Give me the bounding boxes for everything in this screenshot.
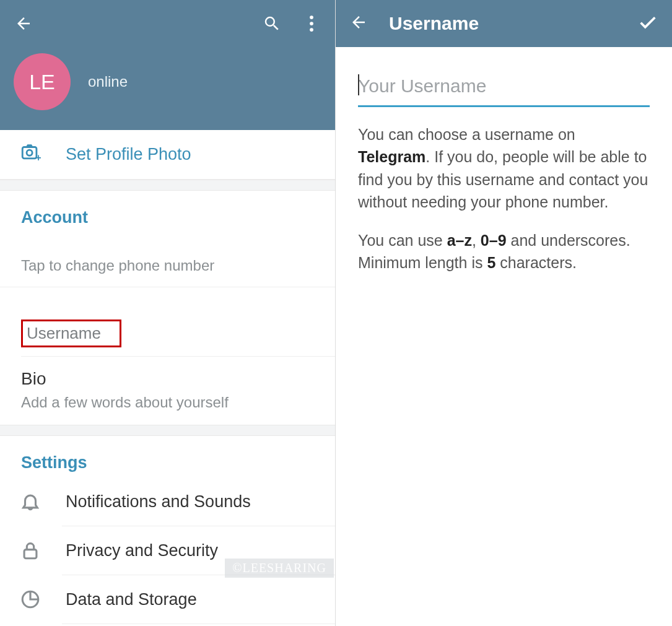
back-button[interactable] — [349, 13, 368, 34]
set-profile-photo-row[interactable]: + Set Profile Photo — [0, 130, 335, 180]
search-icon — [263, 14, 281, 33]
svg-rect-6 — [24, 550, 37, 559]
profile-header: LE online — [0, 0, 335, 130]
settings-item-data[interactable]: Data and Storage — [0, 575, 335, 624]
username-header: Username — [336, 0, 672, 47]
username-input[interactable] — [358, 69, 650, 107]
arrow-left-icon — [14, 14, 33, 33]
settings-item-notifications[interactable]: Notifications and Sounds — [0, 477, 335, 526]
svg-text:+: + — [36, 152, 41, 163]
check-icon — [637, 12, 658, 33]
svg-point-4 — [27, 150, 32, 155]
username-description-2: You can use a–z, 0–9 and underscores. Mi… — [358, 229, 650, 274]
section-divider — [0, 180, 335, 191]
username-row[interactable]: Username — [0, 308, 335, 356]
username-edit-screen: Username You can choose a username on Te… — [336, 0, 672, 626]
svg-point-1 — [310, 22, 313, 25]
account-header: Account — [0, 191, 335, 232]
lock-icon — [17, 537, 43, 563]
svg-point-2 — [310, 28, 313, 32]
text-cursor — [358, 74, 359, 95]
settings-item-label: Privacy and Security — [66, 541, 218, 560]
svg-point-0 — [310, 15, 313, 19]
more-button[interactable] — [300, 12, 323, 35]
avatar[interactable]: LE — [14, 53, 71, 110]
set-profile-photo-label: Set Profile Photo — [66, 145, 191, 164]
bell-icon — [17, 489, 43, 515]
settings-item-label: Notifications and Sounds — [66, 492, 251, 511]
online-status: online — [88, 73, 128, 90]
settings-screen: LE online + Set Profile Photo Account Ta… — [0, 0, 336, 626]
camera-add-icon: + — [20, 142, 41, 167]
search-button[interactable] — [261, 12, 283, 35]
page-title: Username — [389, 13, 637, 34]
bio-row[interactable]: Bio Add a few words about yourself — [0, 357, 335, 425]
more-vertical-icon — [309, 14, 314, 33]
confirm-button[interactable] — [637, 12, 658, 35]
back-button[interactable] — [12, 12, 35, 35]
bio-subtitle: Add a few words about yourself — [21, 394, 314, 411]
watermark: ©LEESHARING — [225, 559, 334, 578]
phone-number-row[interactable]: Tap to change phone number — [0, 232, 335, 287]
pie-chart-icon — [17, 586, 43, 612]
bio-title: Bio — [21, 369, 314, 389]
username-label: Username — [21, 320, 121, 347]
username-description-1: You can choose a username on Telegram. I… — [358, 123, 650, 213]
section-divider — [0, 425, 335, 436]
svg-rect-3 — [22, 147, 37, 159]
settings-item-label: Data and Storage — [66, 590, 197, 609]
arrow-left-icon — [349, 13, 368, 32]
settings-header: Settings — [0, 436, 335, 477]
